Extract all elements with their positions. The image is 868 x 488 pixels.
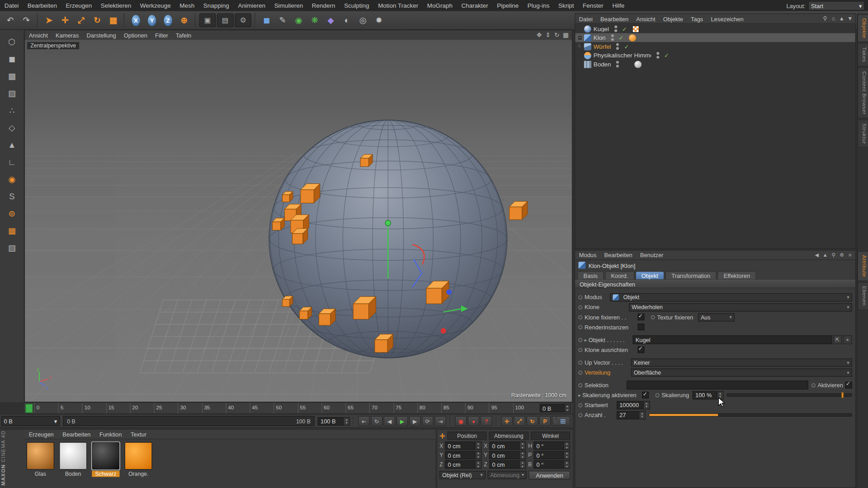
goto-start-button[interactable]: ⇤ xyxy=(358,416,370,426)
side-tab-ebenen[interactable]: Ebenen xyxy=(858,282,868,310)
add-primitive-icon[interactable]: ◼ xyxy=(259,13,274,28)
viewport-menu-ansicht[interactable]: Ansicht xyxy=(25,31,52,39)
step-down-icon[interactable]: ▼ xyxy=(520,455,525,459)
play-mode-button[interactable]: ⟳ xyxy=(422,416,434,426)
step-down-icon[interactable]: ▼ xyxy=(476,465,481,468)
anim-dot-icon[interactable] xyxy=(579,325,583,329)
record-position-toggle[interactable]: ✛ xyxy=(501,416,513,426)
material-menu-textur[interactable]: Textur xyxy=(126,431,151,438)
anim-dot-icon[interactable] xyxy=(579,295,583,299)
render-dot-icon[interactable] xyxy=(616,65,619,67)
lock-workplane-icon[interactable]: ▦ xyxy=(4,223,20,238)
quantize-icon[interactable]: ▧ xyxy=(4,240,20,255)
scroll-down-icon[interactable]: ▼ xyxy=(846,14,854,23)
step-up-icon[interactable]: ▲ xyxy=(520,442,525,446)
layout-select[interactable]: Start ▾ xyxy=(808,1,865,10)
coord-stepper[interactable]: ▲▼ xyxy=(520,460,526,469)
timeline-tick-80[interactable]: 80 xyxy=(417,403,441,413)
verteilung-dropdown[interactable]: Oberfläche ▾ xyxy=(631,368,852,376)
redo-icon[interactable]: ↷ xyxy=(19,13,34,28)
size-mode-dropdown[interactable]: Abmessung ▾ xyxy=(487,471,527,479)
coord-mode-dropdown[interactable]: Objekt (Rel) ▾ xyxy=(439,471,485,479)
expander-icon[interactable]: − xyxy=(577,35,582,40)
material-item-orange-[interactable]: Orange. xyxy=(125,442,152,477)
texture-mode-icon[interactable]: ▩ xyxy=(4,69,20,84)
coord-field-position-z[interactable]: 0 cm▲▼ xyxy=(445,460,481,469)
coord-stepper[interactable]: ▲▼ xyxy=(564,441,570,450)
range-end-field[interactable]: 100 B ▲▼ xyxy=(318,417,350,425)
timeline-tick-90[interactable]: 90 xyxy=(465,403,489,413)
object-row-kugel[interactable]: Kugel✓ xyxy=(575,24,855,33)
menubar-item-snapping[interactable]: Snapping xyxy=(199,0,234,10)
last-tool-icon[interactable]: ▦ xyxy=(106,13,121,28)
back-icon[interactable]: ◀ xyxy=(813,251,821,259)
step-down-icon[interactable]: ▼ xyxy=(564,446,570,449)
points-mode-icon[interactable]: ∴ xyxy=(4,103,20,118)
gray-sphere-tag[interactable] xyxy=(634,61,642,68)
anim-dot-icon[interactable] xyxy=(811,383,816,387)
move-tool-icon[interactable]: ✛ xyxy=(57,13,72,28)
undo-icon[interactable]: ↶ xyxy=(3,13,18,28)
clone-cube[interactable] xyxy=(360,155,373,167)
checker-tag[interactable] xyxy=(632,25,640,33)
menubar-item-mograph[interactable]: MoGraph xyxy=(423,0,457,10)
axis-mode-icon[interactable]: ∟ xyxy=(4,155,20,169)
menubar-item-bearbeiten[interactable]: Bearbeiten xyxy=(23,0,61,10)
klone-ausrichten-checkbox[interactable] xyxy=(638,347,645,353)
coord-field-position-x[interactable]: 0 cm▲▼ xyxy=(445,441,481,450)
y-axis-lock-icon[interactable]: Y xyxy=(145,13,160,28)
step-down-icon[interactable]: ▼ xyxy=(564,455,570,459)
current-frame-field[interactable]: 0 B ▲▼ xyxy=(540,404,571,412)
timeline-tick-45[interactable]: 45 xyxy=(250,403,274,413)
visibility-dots[interactable] xyxy=(653,52,662,59)
render-picture-viewer-icon[interactable]: ▤ xyxy=(217,13,234,27)
object-row-klon[interactable]: −Klon✓ xyxy=(575,33,855,42)
coord-field-abmessung-x[interactable]: 0 cm▲▼ xyxy=(489,441,526,450)
clone-cube[interactable] xyxy=(375,334,393,352)
coord-stepper[interactable]: ▲▼ xyxy=(476,451,481,459)
record-parameter-toggle[interactable]: P xyxy=(539,416,551,426)
editor-dot-icon[interactable] xyxy=(656,52,659,55)
attribute-menu-bearbeiten[interactable]: Bearbeiten xyxy=(600,251,636,259)
menubar-item-erzeugen[interactable]: Erzeugen xyxy=(61,0,96,10)
timeline-tick-65[interactable]: 65 xyxy=(345,403,369,413)
viewport-solo-icon[interactable]: ◉ xyxy=(4,172,20,187)
material-item-schwarz[interactable]: Schwarz xyxy=(92,442,119,477)
step-up-icon[interactable]: ▲ xyxy=(520,451,525,455)
side-tab-takes[interactable]: Takes xyxy=(858,43,868,66)
z-axis-lock-icon[interactable]: Z xyxy=(160,13,175,28)
anim-dot-icon[interactable] xyxy=(579,371,583,375)
textur-fixieren-dropdown[interactable]: Aus ▾ xyxy=(698,313,735,321)
object-row-physikalischer-himmel[interactable]: Physikalischer Himmel✓ xyxy=(575,51,855,60)
timeline-tick-15[interactable]: 15 xyxy=(106,403,130,413)
object-menu-objekte[interactable]: Objekte xyxy=(659,14,687,22)
viewport-menu-optionen[interactable]: Optionen xyxy=(120,31,151,39)
range-end-stepper[interactable]: ▲▼ xyxy=(344,417,349,425)
visibility-dots[interactable] xyxy=(613,43,622,50)
step-down-icon[interactable]: ▼ xyxy=(520,446,525,449)
attribute-tab-koord-[interactable]: Koord. xyxy=(605,271,634,279)
coord-value[interactable]: 0 cm xyxy=(489,441,519,450)
anim-dot-icon[interactable] xyxy=(579,338,583,342)
timeline-ruler[interactable]: 0510152025303540455055606570758085909510… xyxy=(24,402,572,414)
loop-button[interactable]: ↻ xyxy=(371,416,382,426)
anzahl-stepper[interactable]: ▲▼ xyxy=(639,411,645,419)
clone-cube[interactable] xyxy=(282,296,292,306)
red-handle-dot[interactable] xyxy=(441,328,446,333)
current-frame-marker[interactable] xyxy=(25,404,33,413)
object-menu-datei[interactable]: Datei xyxy=(575,14,596,22)
anim-dot-icon[interactable] xyxy=(579,348,583,352)
step-down-icon[interactable]: ▼ xyxy=(476,446,481,449)
material-menu-bearbeiten[interactable]: Bearbeiten xyxy=(58,431,95,438)
viewport-menu-darstellung[interactable]: Darstellung xyxy=(83,31,120,39)
coord-field-abmessung-y[interactable]: 0 cm▲▼ xyxy=(489,451,526,459)
viewport-menu-filter[interactable]: Filter xyxy=(151,31,172,39)
renderinstanzen-checkbox[interactable] xyxy=(638,324,645,330)
search-icon[interactable]: ⚲ xyxy=(821,14,829,23)
make-editable-icon[interactable]: ⬡ xyxy=(4,34,20,49)
step-up-icon[interactable]: ▲ xyxy=(564,461,570,465)
step-down-icon[interactable]: ▼ xyxy=(520,465,525,468)
clone-cube[interactable] xyxy=(319,309,335,325)
visibility-dots[interactable] xyxy=(613,61,623,68)
light-icon[interactable]: ✹ xyxy=(372,13,387,28)
